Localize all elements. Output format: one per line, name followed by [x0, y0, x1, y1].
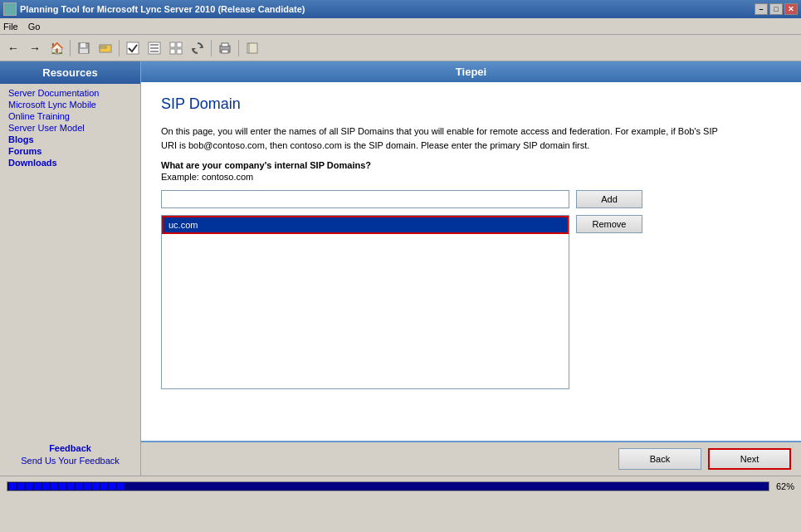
toolbar-sep-3	[211, 40, 212, 56]
domain-input[interactable]	[161, 190, 569, 208]
svg-rect-4	[100, 46, 106, 48]
list-item[interactable]: uc.com	[162, 216, 569, 234]
description-text: On this page, you will enter the names o…	[161, 124, 725, 152]
domain-listbox[interactable]: uc.com	[161, 215, 569, 389]
toolbar-sep-4	[238, 40, 239, 56]
progress-area: 62%	[0, 476, 801, 495]
forward-toolbar-button[interactable]: →	[25, 38, 45, 58]
svg-rect-11	[177, 42, 182, 47]
sidebar-header: Resources	[0, 61, 140, 84]
content-area: Tiepei SIP Domain On this page, you will…	[141, 61, 801, 476]
open-toolbar-button[interactable]	[95, 38, 115, 58]
title-bar: Planning Tool for Microsoft Lync Server …	[0, 0, 801, 18]
svg-rect-10	[170, 42, 175, 47]
menu-go[interactable]: Go	[28, 22, 41, 32]
svg-rect-8	[150, 47, 159, 49]
svg-rect-7	[150, 44, 159, 46]
back-toolbar-button[interactable]: ←	[3, 38, 23, 58]
example-text: Example: contoso.com	[161, 172, 781, 182]
back-button[interactable]: Back	[618, 448, 701, 470]
window-title: Planning Tool for Microsoft Lync Server …	[20, 4, 305, 14]
svg-rect-2	[80, 49, 88, 53]
view-toolbar-button[interactable]	[144, 38, 164, 58]
sidebar-link-blogs[interactable]: Blogs	[0, 134, 140, 145]
svg-rect-18	[222, 50, 228, 53]
minimize-button[interactable]: –	[755, 3, 768, 15]
sidebar-link-forums[interactable]: Forums	[0, 145, 140, 157]
toolbar-sep-2	[119, 40, 120, 56]
app-icon	[3, 2, 17, 16]
save-toolbar-button[interactable]	[74, 38, 94, 58]
next-button[interactable]: Next	[708, 448, 791, 470]
svg-rect-1	[81, 43, 85, 47]
menu-bar: File Go	[0, 18, 801, 35]
svg-rect-17	[222, 43, 228, 46]
sidebar: Resources Server Documentation Microsoft…	[0, 61, 141, 476]
list-buttons: Remove	[576, 215, 642, 389]
sidebar-link-server-docs[interactable]: Server Documentation	[0, 87, 140, 99]
sidebar-feedback-link[interactable]: Send Us Your Feedback	[0, 455, 140, 476]
maximize-button[interactable]: □	[769, 3, 783, 15]
refresh-toolbar-button[interactable]	[188, 38, 208, 58]
svg-rect-12	[170, 49, 175, 54]
view2-toolbar-button[interactable]	[166, 38, 186, 58]
toolbar: ← → 🏠	[0, 35, 801, 61]
menu-file[interactable]: File	[3, 22, 18, 32]
check-toolbar-button[interactable]	[123, 38, 143, 58]
add-button[interactable]: Add	[576, 190, 642, 208]
page-title: SIP Domain	[161, 95, 781, 113]
progress-bar-fill	[7, 482, 769, 491]
question-text: What are your company's internal SIP Dom…	[161, 160, 781, 170]
main-layout: Resources Server Documentation Microsoft…	[0, 61, 801, 476]
home-toolbar-button[interactable]: 🏠	[46, 38, 66, 58]
progress-bar-container	[7, 481, 769, 491]
print-toolbar-button[interactable]	[215, 38, 235, 58]
sidebar-link-training[interactable]: Online Training	[0, 110, 140, 122]
sidebar-link-user-model[interactable]: Server User Model	[0, 122, 140, 134]
content-header: Tiepei	[141, 61, 801, 82]
close-button[interactable]: ✕	[784, 3, 798, 15]
input-row: Add	[161, 190, 781, 208]
toolbar-sep-1	[70, 40, 71, 56]
remove-button[interactable]: Remove	[576, 215, 642, 233]
svg-rect-13	[177, 49, 182, 54]
svg-rect-9	[150, 51, 159, 52]
list-container: uc.com Remove	[161, 215, 781, 389]
sidebar-feedback-label: Feedback	[0, 437, 140, 455]
sidebar-link-mobile[interactable]: Microsoft Lync Mobile	[0, 99, 140, 110]
progress-label: 62%	[776, 481, 794, 491]
content-body: SIP Domain On this page, you will enter …	[141, 82, 801, 441]
help-toolbar-button[interactable]	[242, 38, 262, 58]
sidebar-link-downloads[interactable]: Downloads	[0, 157, 140, 168]
nav-buttons: Back Next	[141, 441, 801, 476]
